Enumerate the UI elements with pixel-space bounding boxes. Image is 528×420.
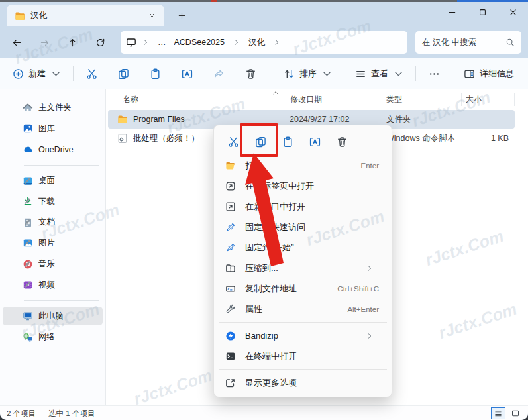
compress-icon	[225, 263, 236, 274]
breadcrumb-segment[interactable]: ACDSee2025	[172, 36, 227, 48]
column-header-label: 名称	[123, 94, 138, 105]
details-view-toggle[interactable]	[491, 407, 505, 419]
tab-active[interactable]: 汉化	[7, 5, 164, 26]
back-button[interactable]	[5, 31, 28, 54]
thumbnail-view-icon	[511, 409, 519, 417]
ctx-paste-button[interactable]	[276, 131, 300, 153]
folder-icon	[117, 114, 128, 125]
tab-label: 汉化	[30, 10, 139, 21]
sidebar-item-documents[interactable]: 文档	[3, 213, 103, 232]
cut-button[interactable]	[79, 62, 104, 85]
chevron-down-icon	[321, 68, 333, 79]
pin-icon	[23, 280, 32, 289]
menu-item-terminal[interactable]: 在终端中打开	[217, 346, 388, 366]
ctx-delete-button[interactable]	[330, 131, 354, 153]
breadcrumb-segment[interactable]: 汉化	[246, 36, 268, 50]
terminal-icon	[225, 351, 236, 362]
forward-button[interactable]	[33, 31, 56, 54]
cut-icon	[228, 136, 239, 148]
sidebar-item-download[interactable]: 下载	[3, 192, 103, 211]
minimize-button[interactable]	[437, 0, 467, 24]
navigation-sidebar: 主文件夹图库OneDrive桌面下载文档图片音乐视频此电脑网络	[0, 89, 106, 405]
copy-button[interactable]	[111, 62, 136, 85]
ctx-rename-button[interactable]	[303, 131, 327, 153]
menu-item-bandizip[interactable]: Bandizip	[217, 325, 388, 346]
pc-icon	[23, 311, 33, 321]
sort-button[interactable]: 排序	[278, 62, 339, 85]
sidebar-item-label: 视频	[38, 280, 55, 291]
menu-item-show-more[interactable]: 显示更多选项	[217, 372, 388, 393]
sidebar-separator	[24, 300, 99, 301]
chevron-down-icon	[50, 68, 62, 79]
menu-item-label: 打开	[245, 160, 361, 172]
refresh-button[interactable]	[89, 31, 111, 54]
sidebar-item-desktop[interactable]: 桌面	[3, 172, 103, 190]
share-button[interactable]	[206, 62, 231, 85]
thumbnail-view-toggle[interactable]	[508, 407, 523, 419]
breadcrumb-overflow[interactable]: …	[158, 38, 168, 47]
batch-icon	[117, 133, 128, 144]
view-button[interactable]: 查看	[349, 62, 410, 85]
paste-button[interactable]	[142, 62, 168, 85]
delete-button[interactable]	[238, 62, 263, 85]
bandizip-icon	[225, 331, 236, 341]
menu-item-label: 在终端中打开	[245, 350, 383, 362]
search-icon	[505, 38, 515, 47]
monitor-icon	[126, 37, 136, 48]
rename-button[interactable]	[174, 62, 199, 85]
sidebar-item-label: 音乐	[38, 258, 55, 270]
menu-item-open-newwindow[interactable]: 在新窗口中打开	[217, 196, 388, 217]
file-type: Windows 命令脚本	[386, 133, 462, 144]
column-header-1[interactable]: 名称	[106, 93, 286, 106]
sort-button-label: 排序	[299, 68, 317, 79]
menu-item-pin-quick[interactable]: 固定到快速访问	[217, 217, 388, 237]
new-tab-button[interactable]	[172, 6, 191, 25]
toolbar-divider	[73, 66, 74, 81]
pin-quick-icon	[225, 222, 236, 233]
column-header-2[interactable]: 修改日期	[286, 93, 382, 106]
open-newtab-icon	[225, 181, 236, 191]
search-input[interactable]: 在 汉化 中搜索	[415, 31, 521, 54]
close-icon	[509, 8, 517, 17]
sidebar-item-music[interactable]: 音乐	[3, 255, 103, 274]
sidebar-item-label: 文档	[38, 217, 55, 228]
more-options-button[interactable]	[421, 62, 447, 85]
column-header-4[interactable]: 大小	[462, 93, 515, 106]
up-button[interactable]	[61, 31, 83, 54]
chevron-right-icon	[366, 332, 374, 340]
sidebar-item-network[interactable]: 网络	[3, 328, 103, 346]
sidebar-item-label: 图片	[38, 238, 55, 249]
close-button[interactable]	[498, 0, 528, 24]
tab-close-icon[interactable]	[144, 9, 159, 23]
forward-icon	[40, 38, 50, 48]
column-header-label: 修改日期	[290, 94, 322, 105]
sidebar-item-label: 此电脑	[38, 311, 64, 322]
sidebar-item-gallery[interactable]: 图库	[3, 119, 103, 138]
more-ellipsis-icon	[429, 68, 440, 79]
sidebar-item-onedrive[interactable]: OneDrive	[3, 140, 103, 159]
column-header-label: 大小	[466, 94, 482, 105]
pin-icon	[23, 218, 32, 227]
sidebar-item-label: 主文件夹	[38, 102, 72, 113]
details-pane-button[interactable]: 详细信息	[458, 62, 520, 85]
menu-item-properties[interactable]: 属性Alt+Enter	[217, 299, 388, 319]
properties-icon	[225, 304, 236, 315]
menu-shortcut: Enter	[361, 162, 380, 170]
menu-item-open-newtab[interactable]: 在新标签页中打开	[217, 176, 388, 196]
sidebar-item-videos[interactable]: 视频	[3, 276, 103, 294]
menu-item-open-folder[interactable]: 打开Enter	[217, 155, 388, 176]
sidebar-item-home[interactable]: 主文件夹	[3, 99, 103, 117]
sidebar-item-pictures[interactable]: 图片	[3, 234, 103, 252]
menu-item-pin-start[interactable]: 固定到“开始”	[217, 237, 388, 258]
column-header-3[interactable]: 类型	[382, 93, 462, 106]
details-pane-icon	[464, 68, 475, 79]
menu-item-copy-path[interactable]: 复制文件地址Ctrl+Shift+C	[217, 278, 388, 299]
pin-icon	[23, 238, 32, 248]
breadcrumb[interactable]: …ACDSee2025汉化	[121, 31, 407, 54]
sidebar-item-pc[interactable]: 此电脑	[3, 307, 103, 325]
show-more-icon	[225, 378, 236, 388]
search-placeholder: 在 汉化 中搜索	[422, 37, 505, 48]
menu-item-compress[interactable]: 压缩到...	[217, 258, 388, 278]
maximize-button[interactable]	[467, 0, 498, 24]
new-button[interactable]: 新建	[7, 62, 68, 85]
